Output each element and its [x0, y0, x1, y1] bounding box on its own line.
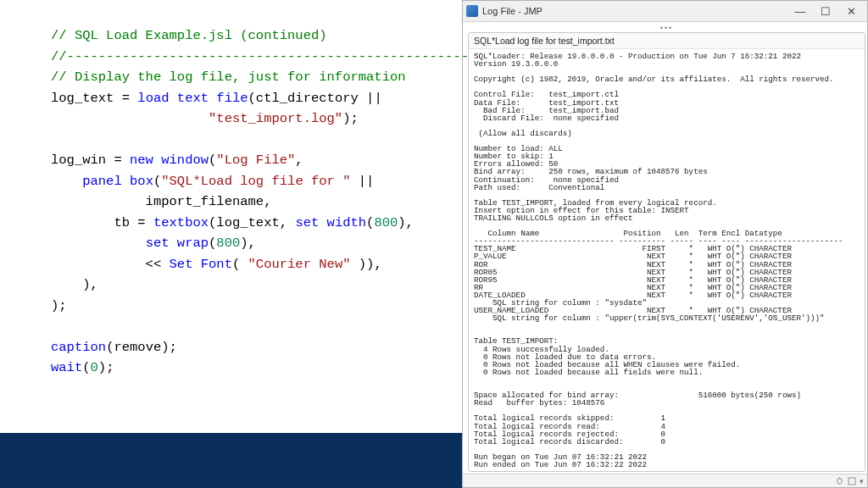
code-line: wait(0); [51, 358, 445, 379]
code-line: << Set Font( "Courier New" )), [51, 254, 445, 275]
status-hand-icon[interactable] [836, 477, 844, 485]
code-line: ); [51, 296, 445, 317]
minimize-button[interactable]: — [787, 3, 813, 19]
close-button[interactable]: ✕ [838, 3, 864, 19]
log-scroll-area[interactable]: SQL*Loader: Release 19.0.0.0.0 - Product… [469, 49, 865, 471]
code-line: caption(remove); [51, 337, 445, 358]
status-resize-icon[interactable] [848, 477, 856, 485]
log-panel: SQL*Load log file for test_import.txt SQ… [468, 32, 865, 472]
code-line: import_filename, [51, 191, 445, 213]
window-titlebar[interactable]: Log File - JMP — ☐ ✕ [463, 1, 867, 22]
log-text: SQL*Loader: Release 19.0.0.0.0 - Product… [469, 49, 865, 471]
maximize-button[interactable]: ☐ [813, 3, 838, 19]
status-dropdown-icon[interactable]: ▾ [860, 477, 864, 485]
code-line: set wrap(800), [51, 233, 445, 254]
drag-handle-icon[interactable]: ••• [468, 25, 865, 32]
code-line: panel box("SQL*Load log file for " || [51, 171, 445, 192]
code-comment: // SQL Load Example.jsl (continued) [51, 25, 445, 47]
code-comment: //--------------------------------------… [51, 47, 445, 68]
window-title: Log File - JMP [482, 6, 787, 16]
code-line: tb = textbox(log_text, set width(800), [51, 213, 445, 234]
code-editor-pane: // SQL Load Example.jsl (continued) //--… [0, 0, 462, 488]
window-content: ••• SQL*Load log file for test_import.tx… [463, 22, 867, 474]
code-blank [51, 130, 445, 151]
code-comment: // Display the log file, just for inform… [51, 67, 445, 88]
code-line: log_text = load text file(ctl_directory … [51, 88, 445, 109]
code-line: log_win = new window("Log File", [51, 150, 445, 171]
log-file-window: Log File - JMP — ☐ ✕ ••• SQL*Load log fi… [462, 0, 868, 488]
code-line: "test_import.log"); [51, 108, 445, 130]
app-icon [466, 5, 478, 17]
status-bar: ▾ [463, 474, 867, 487]
code-blank [51, 316, 445, 337]
svg-rect-0 [849, 478, 855, 485]
code-line: ), [51, 274, 445, 296]
panel-title: SQL*Load log file for test_import.txt [469, 33, 865, 49]
footer-band [0, 433, 462, 488]
